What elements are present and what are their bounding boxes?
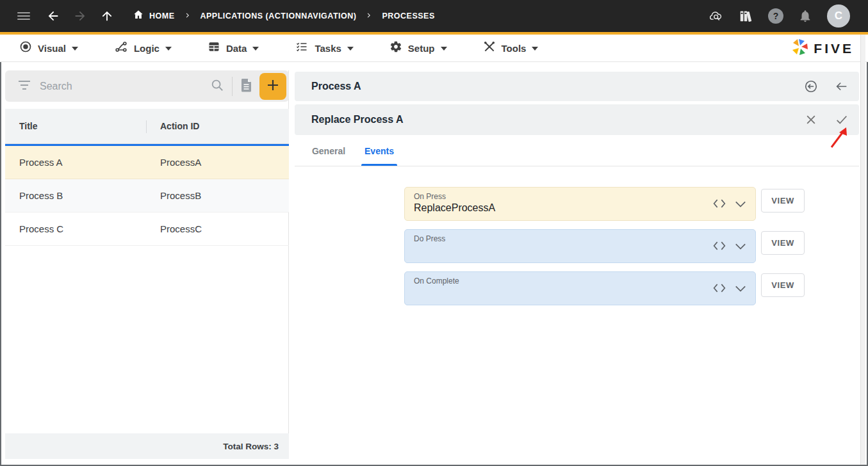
breadcrumb-item-applications[interactable]: APPLICATIONS (ACTIONNAVIGATION) [201, 12, 357, 20]
tools-icon [483, 40, 496, 56]
form-title: Replace Process A [295, 114, 403, 125]
notifications-bell-icon[interactable] [798, 8, 813, 24]
menu-visual[interactable]: Visual [19, 40, 78, 56]
table-row-process-a[interactable]: Process A ProcessA [5, 144, 289, 179]
search-bar [5, 70, 289, 102]
menu-data[interactable]: Data [208, 40, 259, 56]
chevron-right-icon [365, 10, 373, 22]
on-complete-view-button[interactable]: VIEW [761, 273, 805, 297]
menu-tasks-label: Tasks [315, 43, 341, 54]
column-divider [146, 120, 147, 133]
record-header-bar: Process A [295, 72, 859, 101]
on-press-value: ReplaceProcessA [414, 202, 746, 214]
chevron-down-icon[interactable] [735, 241, 746, 253]
vertical-scrollbar[interactable] [860, 35, 865, 465]
forward-arrow-icon[interactable] [72, 8, 88, 24]
chevron-right-icon [184, 10, 192, 22]
menu-visual-label: Visual [38, 43, 66, 54]
search-input[interactable] [40, 81, 210, 92]
library-books-icon[interactable] [739, 8, 754, 24]
record-list-panel: Title Action ID Process A ProcessA Proce… [5, 70, 289, 459]
back-arrow-icon[interactable] [835, 79, 849, 93]
up-arrow-icon[interactable] [99, 8, 115, 24]
breadcrumb-item-home[interactable]: HOME [149, 12, 175, 20]
cloud-search-icon[interactable] [709, 8, 725, 24]
process-table: Title Action ID Process A ProcessA Proce… [5, 109, 289, 246]
top-navbar: HOME APPLICATIONS (ACTIONNAVIGATION) PRO… [0, 0, 868, 35]
breadcrumb: HOME APPLICATIONS (ACTIONNAVIGATION) PRO… [133, 9, 435, 23]
caret-down-icon [252, 47, 259, 51]
menu-data-label: Data [226, 43, 247, 54]
active-tab-underline [361, 164, 397, 166]
main-menubar: Visual Logic Data Tasks [0, 35, 868, 62]
on-press-view-button[interactable]: VIEW [761, 189, 805, 213]
caret-down-icon [72, 47, 78, 51]
form-header-bar: Replace Process A [295, 104, 859, 135]
copy-document-icon[interactable] [240, 77, 253, 95]
menu-logic-label: Logic [134, 43, 160, 54]
breadcrumb-item-processes[interactable]: PROCESSES [382, 12, 434, 20]
detail-panel: Process A Replace Process A [295, 72, 859, 459]
column-header-action-id[interactable]: Action ID [146, 121, 199, 131]
gear-icon [389, 40, 402, 56]
table-row-process-c[interactable]: Process C ProcessC [5, 213, 289, 246]
do-press-field[interactable]: Do Press [404, 229, 756, 263]
five-brand-logo: FIVE [790, 35, 854, 62]
on-complete-label: On Complete [414, 277, 746, 285]
menu-tools[interactable]: Tools [483, 40, 539, 56]
breadcrumb-home[interactable]: HOME [133, 9, 175, 23]
row-action-id: ProcessB [146, 190, 201, 201]
avatar[interactable]: C [827, 4, 850, 28]
caret-down-icon [347, 47, 354, 51]
table-grid-icon [208, 40, 220, 56]
add-record-button[interactable] [259, 73, 286, 100]
caret-down-icon [441, 47, 447, 51]
menu-logic[interactable]: Logic [114, 40, 172, 56]
on-complete-field[interactable]: On Complete [404, 271, 756, 305]
chevron-down-icon[interactable] [735, 284, 746, 295]
divider [232, 77, 233, 96]
row-title: Process C [5, 223, 146, 234]
do-press-view-button[interactable]: VIEW [761, 231, 805, 255]
row-title: Process A [5, 157, 146, 168]
menu-hamburger-icon[interactable] [16, 8, 31, 24]
on-press-label: On Press [414, 192, 746, 201]
row-action-id: ProcessC [146, 223, 202, 234]
checklist-icon [295, 40, 309, 56]
flow-logic-icon [114, 40, 128, 56]
menu-tools-label: Tools [502, 43, 527, 54]
table-header: Title Action ID [5, 109, 289, 144]
menu-setup-label: Setup [408, 43, 435, 54]
menu-tasks[interactable]: Tasks [295, 40, 353, 56]
help-icon[interactable]: ? [768, 8, 783, 24]
code-icon[interactable] [713, 283, 726, 296]
row-action-id: ProcessA [146, 157, 201, 168]
restore-back-circle-icon[interactable] [804, 79, 818, 93]
code-icon[interactable] [713, 198, 726, 211]
cancel-close-icon[interactable] [804, 113, 818, 127]
home-icon [133, 9, 144, 23]
do-press-label: Do Press [414, 234, 746, 243]
visibility-icon [19, 40, 32, 56]
column-header-title[interactable]: Title [5, 121, 146, 131]
back-arrow-icon[interactable] [45, 8, 61, 24]
plus-icon [266, 79, 279, 93]
five-brand-text: FIVE [814, 41, 854, 56]
filter-icon[interactable] [18, 80, 31, 93]
form-tabs: General Events [295, 135, 859, 166]
search-icon[interactable] [210, 78, 224, 95]
chevron-down-icon[interactable] [735, 199, 746, 211]
caret-down-icon [165, 47, 172, 51]
menu-setup[interactable]: Setup [389, 40, 447, 56]
on-press-field[interactable]: On Press ReplaceProcessA [404, 187, 756, 221]
record-title: Process A [295, 81, 361, 92]
tab-general[interactable]: General [306, 135, 351, 166]
table-row-process-b[interactable]: Process B ProcessB [5, 179, 289, 213]
code-icon[interactable] [713, 241, 726, 253]
row-title: Process B [5, 190, 146, 201]
tab-events[interactable]: Events [360, 135, 398, 166]
total-rows-label: Total Rows: 3 [223, 442, 279, 451]
save-checkmark-icon[interactable] [835, 113, 849, 127]
caret-down-icon [532, 47, 538, 51]
total-rows-footer: Total Rows: 3 [5, 433, 289, 459]
